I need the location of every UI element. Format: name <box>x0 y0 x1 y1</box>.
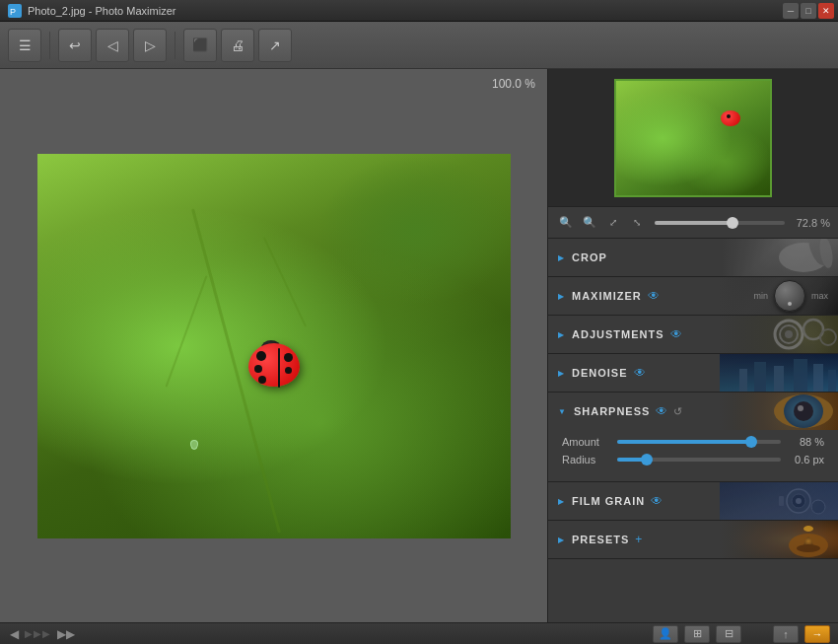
section-film-grain: ▶ FILM GRAIN 👁 <box>548 482 838 521</box>
zoom-in-icon: 🔍 <box>583 216 596 229</box>
svg-point-21 <box>798 405 803 411</box>
export-button[interactable]: → <box>804 625 830 643</box>
back-icon: ◁ <box>107 37 118 53</box>
menu-button[interactable]: ☰ <box>8 29 41 62</box>
denoise-eye-icon[interactable]: 👁 <box>634 366 646 380</box>
next-button[interactable]: ▶▶ <box>55 627 77 641</box>
right-panel: 🔍 🔍 ⤢ ⤡ 72.8 % ▶ CROP <box>547 69 838 622</box>
section-sharpness-header[interactable]: ▼ SHARPNESS 👁 ↺ <box>548 393 838 430</box>
ladybug-spot-3 <box>284 353 293 362</box>
main-area: 100.0 % <box>0 69 838 622</box>
save-button[interactable]: ⬛ <box>183 29 217 62</box>
crop-bg-svg <box>720 239 838 276</box>
svg-point-20 <box>794 401 813 421</box>
presets-arrow-icon: ▶ <box>558 536 564 544</box>
thumbnail-leaf <box>616 81 770 195</box>
ladybug-center-line <box>278 348 280 388</box>
amount-value: 88 % <box>789 436 824 448</box>
save-icon: ⬛ <box>192 37 208 52</box>
panel-sections: ▶ CROP ▶ MAXIMIZER <box>548 239 838 622</box>
toolbar-separator-1 <box>49 32 50 59</box>
svg-text:P: P <box>10 7 16 17</box>
section-film-grain-header[interactable]: ▶ FILM GRAIN 👁 <box>548 482 838 520</box>
zoom-slider-thumb[interactable] <box>727 217 738 229</box>
person-button[interactable]: 👤 <box>653 625 678 643</box>
crop-label: CROP <box>572 251 607 263</box>
svg-point-25 <box>796 498 802 504</box>
split-button[interactable]: ⊟ <box>716 625 741 643</box>
layout-button[interactable]: ⊞ <box>684 625 710 643</box>
section-maximizer-header[interactable]: ▶ MAXIMIZER 👁 min max <box>548 277 838 315</box>
fit-button[interactable]: ⤢ <box>603 213 623 233</box>
ladybug-spot-2 <box>254 365 262 373</box>
thumbnail[interactable] <box>614 79 772 197</box>
person-icon: 👤 <box>659 627 672 640</box>
actual-size-button[interactable]: ⤡ <box>627 213 647 233</box>
radius-value: 0.6 px <box>789 454 824 465</box>
section-presets-header[interactable]: ▶ PRESETS + <box>548 521 838 558</box>
close-button[interactable]: ✕ <box>818 3 834 19</box>
radius-slider-thumb[interactable] <box>641 454 653 465</box>
section-sharpness: ▼ SHARPNESS 👁 ↺ <box>548 393 838 482</box>
ladybug <box>244 340 304 390</box>
sharpness-eye-icon[interactable]: 👁 <box>656 404 667 418</box>
maximizer-knob[interactable] <box>774 280 805 312</box>
forward-button[interactable]: ▷ <box>133 29 167 62</box>
zoom-out-button[interactable]: 🔍 <box>556 213 576 233</box>
svg-point-26 <box>811 500 825 514</box>
share-button[interactable]: ↗ <box>258 29 292 62</box>
film-grain-eye-icon[interactable]: 👁 <box>651 494 663 508</box>
adjustments-eye-icon[interactable]: 👁 <box>670 327 682 341</box>
section-denoise-header[interactable]: ▶ DENOISE 👁 <box>548 354 838 392</box>
presets-label: PRESETS <box>572 534 629 545</box>
thumbnail-ladybug <box>721 110 740 126</box>
presets-add-icon[interactable]: + <box>635 533 642 546</box>
svg-point-7 <box>785 330 793 338</box>
amount-slider-thumb[interactable] <box>745 436 757 448</box>
prev-button[interactable]: ◀ <box>8 627 21 641</box>
sharpness-label: SHARPNESS <box>574 405 650 417</box>
sharpness-reset-icon[interactable]: ↺ <box>673 405 682 418</box>
zoom-in-button[interactable]: 🔍 <box>580 213 599 233</box>
undo-icon: ↩ <box>69 37 81 53</box>
section-denoise: ▶ DENOISE 👁 <box>548 354 838 393</box>
svg-rect-27 <box>779 496 784 506</box>
radius-slider-track[interactable] <box>617 458 781 462</box>
section-adjustments-header[interactable]: ▶ ADJUSTMENTS 👁 <box>548 316 838 353</box>
zoom-slider-track[interactable] <box>655 221 785 225</box>
svg-point-29 <box>803 526 813 532</box>
radius-label: Radius <box>562 454 609 465</box>
toolbar: ☰ ↩ ◁ ▷ ⬛ 🖨 ↗ <box>0 22 838 69</box>
back-button[interactable]: ◁ <box>96 29 129 62</box>
ladybug-spot-4 <box>285 367 292 374</box>
upload-button[interactable]: ↑ <box>773 625 799 643</box>
zoom-controls: 🔍 🔍 ⤢ ⤡ 72.8 % <box>548 207 838 239</box>
radius-row: Radius 0.6 px <box>562 454 824 465</box>
print-icon: 🖨 <box>231 37 244 53</box>
sharpness-arrow-icon: ▼ <box>558 407 566 416</box>
title-bar: P Photo_2.jpg - Photo Maximizer ─ □ ✕ <box>0 0 838 22</box>
amount-row: Amount 88 % <box>562 436 824 448</box>
nav-dots: ▶▶▶ <box>25 628 51 639</box>
section-maximizer: ▶ MAXIMIZER 👁 min max <box>548 277 838 316</box>
adjustments-section-bg <box>720 316 838 353</box>
maximizer-label: MAXIMIZER <box>572 290 642 302</box>
actual-size-icon: ⤡ <box>633 217 641 228</box>
adjustments-bg-svg <box>720 316 838 353</box>
maximizer-eye-icon[interactable]: 👁 <box>648 289 660 303</box>
maximize-button[interactable]: □ <box>801 3 816 19</box>
crop-arrow-icon: ▶ <box>558 253 564 262</box>
zoom-out-icon: 🔍 <box>559 216 573 229</box>
minimize-button[interactable]: ─ <box>783 3 799 19</box>
maximizer-arrow-icon: ▶ <box>558 292 564 301</box>
split-icon: ⊟ <box>725 627 733 640</box>
maximizer-controls: min max <box>753 280 828 312</box>
print-button[interactable]: 🖨 <box>221 29 254 62</box>
svg-rect-14 <box>774 366 784 392</box>
maximizer-min-label: min <box>753 291 768 301</box>
amount-slider-track[interactable] <box>617 440 781 444</box>
photo-frame[interactable] <box>37 154 511 538</box>
amount-slider-fill <box>617 440 751 444</box>
undo-button[interactable]: ↩ <box>58 29 92 62</box>
section-crop-header[interactable]: ▶ CROP <box>548 239 838 276</box>
